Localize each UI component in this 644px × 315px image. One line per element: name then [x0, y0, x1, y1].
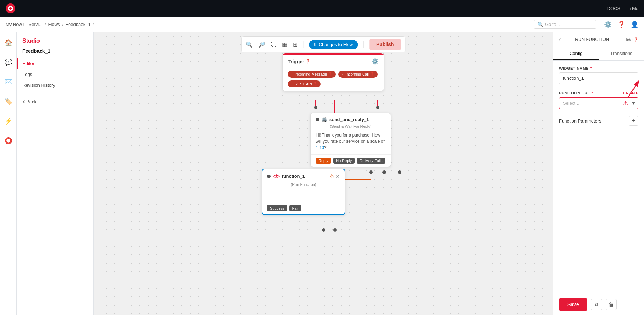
widget-name-group: WIDGET NAME *: [559, 66, 638, 84]
create-link[interactable]: CREATE: [623, 91, 638, 95]
delete-button[interactable]: 🗑: [606, 299, 617, 310]
studio-label: Studio: [17, 38, 93, 48]
send-reply-header: 🖨️ send_and_reply_1: [311, 113, 391, 124]
nav-items: Editor Logs Revision History: [17, 58, 93, 91]
fit-icon[interactable]: ⛶: [271, 41, 277, 48]
svg-point-3: [11, 7, 13, 8]
circle-icon[interactable]: ⭕: [2, 134, 15, 147]
breadcrumb-icons: ⚙️ ❓ 👤: [604, 21, 638, 28]
icon-sidebar: 🏠 💬 ✉️ 🏷️ ⚡ ⭕: [0, 32, 17, 315]
zoom-out-icon[interactable]: 🔎: [258, 41, 265, 48]
tab-config[interactable]: Config: [553, 47, 599, 60]
svg-point-2: [9, 7, 10, 8]
publish-button[interactable]: Publish: [369, 39, 401, 50]
changes-button[interactable]: 9 Changes to Flow: [309, 40, 358, 49]
svg-point-9: [314, 106, 317, 109]
function-params-row: Function Parameters +: [559, 116, 638, 126]
panel-body: WIDGET NAME * FUNCTION URL * CREATE: [553, 61, 644, 294]
left-panel: Studio Feedback_1 Editor Logs Revision H…: [17, 32, 94, 315]
send-reply-title: send_and_reply_1: [329, 117, 369, 122]
global-search[interactable]: 🔍 Go to...: [534, 20, 596, 29]
panel-tabs: Config Transitions: [553, 47, 644, 61]
search-icon: 🔍: [537, 22, 543, 27]
nav-logs[interactable]: Logs: [17, 69, 93, 80]
message-icon-node: 🖨️: [321, 117, 327, 122]
add-param-button[interactable]: +: [629, 116, 638, 126]
top-nav-right: DOCS Li Me: [607, 6, 638, 11]
changes-count: 9: [314, 42, 316, 47]
function-url-select-wrapper: Select ... ⚠ ▼: [559, 97, 638, 109]
message-icon[interactable]: ✉️: [2, 76, 15, 88]
function-header: </> function_1 ⚠ ✕: [262, 169, 345, 181]
trigger-pills: ○ Incoming Message ❓ ○ Incoming Call ❓ ○…: [283, 67, 384, 91]
docs-link[interactable]: DOCS: [607, 6, 621, 11]
svg-point-13: [398, 170, 401, 174]
trigger-pill-call: ○ Incoming Call ❓: [338, 71, 378, 78]
flow-icon[interactable]: ⚡: [2, 115, 15, 127]
right-panel: ‹ RUN FUNCTION Hide ❓ Config Transitions…: [553, 32, 644, 315]
changes-label: Changes to Flow: [319, 42, 353, 47]
help-icon-rest: ❓: [313, 82, 317, 86]
trigger-pill-message: ○ Incoming Message ❓: [288, 71, 336, 78]
tab-transitions[interactable]: Transitions: [599, 47, 644, 60]
send-reply-subtitle: (Send & Wait For Reply): [311, 124, 391, 130]
success-badge: Success: [267, 205, 287, 211]
circle-icon-message: ○: [291, 72, 293, 76]
save-button[interactable]: Save: [559, 298, 587, 311]
table-icon[interactable]: ⊞: [293, 41, 298, 48]
select-error-icon: ⚠: [623, 100, 628, 106]
service-name[interactable]: My New IT Servi...: [6, 22, 43, 27]
reply-badge: Reply: [316, 158, 331, 164]
function-subtitle: (Run Function): [262, 181, 345, 188]
grid-icon[interactable]: ▦: [282, 41, 287, 48]
copy-button[interactable]: ⧉: [591, 299, 602, 310]
settings-icon[interactable]: ⚙️: [604, 21, 612, 28]
home-icon[interactable]: 🏠: [2, 36, 15, 49]
svg-point-15: [322, 228, 325, 232]
trigger-header: Trigger ❓ ⚙️: [283, 55, 384, 67]
function-url-label: FUNCTION URL *: [559, 91, 593, 95]
function-node[interactable]: </> function_1 ⚠ ✕ (Run Function) Succes…: [262, 169, 345, 215]
back-button[interactable]: < Back: [17, 96, 93, 107]
svg-point-4: [9, 9, 10, 10]
help-icon-call: ❓: [370, 72, 374, 76]
panel-footer: Save ⧉ 🗑: [553, 294, 644, 315]
trigger-settings-icon[interactable]: ⚙️: [372, 58, 379, 65]
feedback-link[interactable]: Feedback_1: [65, 22, 91, 27]
panel-header: ‹ RUN FUNCTION Hide ❓: [553, 32, 644, 47]
trigger-pill-rest: ○ REST API ❓: [288, 80, 321, 88]
warning-icon: ⚠: [329, 173, 334, 180]
trigger-title: Trigger ❓: [288, 59, 310, 64]
function-transitions: Success Fail: [262, 202, 345, 214]
circle-icon-rest: ○: [291, 82, 293, 86]
svg-point-11: [376, 106, 379, 109]
function-params-label: Function Parameters: [559, 118, 601, 124]
close-icon[interactable]: ✕: [336, 174, 340, 179]
user-icon[interactable]: 👤: [631, 21, 638, 28]
main-layout: 🏠 💬 ✉️ 🏷️ ⚡ ⭕ Studio Feedback_1 Editor L…: [0, 32, 644, 315]
svg-point-5: [11, 9, 13, 10]
highlight-text: 1-10: [316, 145, 324, 150]
chat-icon[interactable]: 💬: [2, 56, 15, 69]
trigger-help-icon: ❓: [306, 59, 310, 64]
no-reply-badge: No Reply: [333, 158, 355, 164]
chevron-down-icon: ▼: [631, 101, 636, 106]
help-icon[interactable]: ❓: [617, 21, 625, 28]
svg-point-12: [382, 170, 386, 174]
widget-name-input[interactable]: [559, 72, 638, 84]
hide-button[interactable]: Hide ❓: [623, 37, 638, 42]
user-menu[interactable]: Li Me: [627, 6, 638, 11]
tag-icon[interactable]: 🏷️: [2, 95, 15, 108]
nav-editor[interactable]: Editor: [17, 58, 93, 69]
send-reply-node[interactable]: 🖨️ send_and_reply_1 (Send & Wait For Rep…: [310, 113, 391, 167]
send-reply-body: Hi! Thank you for a purchase. How will y…: [311, 130, 391, 154]
flows-link[interactable]: Flows: [48, 22, 60, 27]
canvas[interactable]: 🔍 🔎 ⛶ ▦ ⊞ 9 Changes to Flow Publish: [94, 32, 553, 315]
function-title: function_1: [282, 174, 305, 179]
trigger-node: Trigger ❓ ⚙️ ○ Incoming Message ❓ ○ Inco…: [282, 53, 384, 91]
breadcrumb: My New IT Servi... / Flows / Feedback_1 …: [0, 17, 644, 32]
search-canvas-icon[interactable]: 🔍: [246, 41, 253, 48]
nav-revision-history[interactable]: Revision History: [17, 80, 93, 91]
panel-back-icon[interactable]: ‹: [559, 36, 561, 43]
function-actions: ⚠ ✕: [329, 173, 340, 180]
